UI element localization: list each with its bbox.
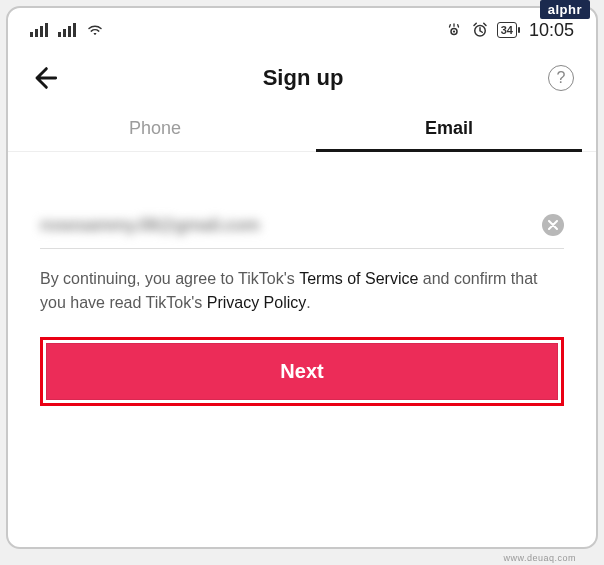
alarm-icon bbox=[471, 21, 489, 39]
status-left bbox=[30, 23, 104, 37]
app-frame: 34 10:05 Sign up ? Phone Email rosesammy… bbox=[6, 6, 598, 549]
battery-level: 34 bbox=[501, 24, 513, 36]
battery-icon: 34 bbox=[497, 22, 517, 38]
clear-input-icon[interactable] bbox=[542, 214, 564, 236]
legal-text: By continuing, you agree to TikTok's Ter… bbox=[40, 267, 564, 315]
email-input-row: rosesammy.08@gmail.com bbox=[40, 214, 564, 249]
page-title: Sign up bbox=[263, 65, 344, 91]
clock: 10:05 bbox=[529, 20, 574, 41]
privacy-link[interactable]: Privacy Policy bbox=[207, 294, 307, 311]
watermark-badge: alphr bbox=[540, 0, 590, 19]
signal-icon-2 bbox=[58, 23, 76, 37]
form-area: rosesammy.08@gmail.com By continuing, yo… bbox=[8, 152, 596, 430]
status-right: 34 10:05 bbox=[445, 20, 574, 41]
wifi-icon bbox=[86, 23, 104, 37]
status-bar: 34 10:05 bbox=[8, 8, 596, 48]
tab-phone[interactable]: Phone bbox=[8, 104, 302, 151]
eye-icon bbox=[445, 21, 463, 39]
svg-point-1 bbox=[453, 30, 455, 32]
email-field[interactable]: rosesammy.08@gmail.com bbox=[40, 215, 530, 235]
legal-suffix: . bbox=[306, 294, 310, 311]
legal-prefix: By continuing, you agree to TikTok's bbox=[40, 270, 299, 287]
back-icon[interactable] bbox=[30, 64, 58, 92]
terms-link[interactable]: Terms of Service bbox=[299, 270, 418, 287]
tabs: Phone Email bbox=[8, 104, 596, 152]
watermark-footer: www.deuaq.com bbox=[503, 553, 576, 563]
help-icon[interactable]: ? bbox=[548, 65, 574, 91]
nav-header: Sign up ? bbox=[8, 48, 596, 104]
next-button-highlight: Next bbox=[40, 337, 564, 406]
tab-email[interactable]: Email bbox=[302, 104, 596, 151]
next-button[interactable]: Next bbox=[46, 343, 558, 400]
signal-icon-1 bbox=[30, 23, 48, 37]
